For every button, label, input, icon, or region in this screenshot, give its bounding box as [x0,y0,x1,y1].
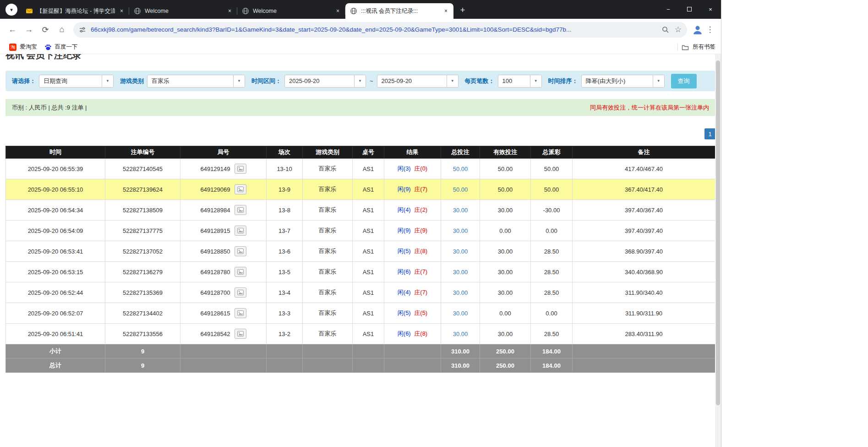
cell-valid-bet: 50.00 [480,159,531,179]
site-settings-icon[interactable] [79,26,86,33]
forward-icon[interactable]: → [21,22,37,38]
tab-close-icon[interactable]: × [442,7,450,15]
cell-payout: -30.00 [531,200,573,221]
scrollbar[interactable] [715,54,721,447]
cell-bet-id: 522827137052 [105,241,180,262]
globe-favicon-icon [350,7,357,15]
cell-round: 649128780 [180,262,267,282]
date-end-select[interactable]: 2025-09-20 ▼ [377,75,459,88]
cell-valid-bet: 30.00 [480,282,531,303]
browser-menu-icon[interactable]: ⋮ [704,25,716,34]
all-bookmarks-label[interactable]: 所有书签 [693,43,715,51]
cell-game: 百家乐 [303,200,353,221]
minimize-button[interactable]: − [658,0,679,18]
new-tab-button[interactable]: + [456,4,469,17]
tab-bet-records[interactable]: :::视讯 会员下注纪录::: × [345,3,453,19]
tab-search-button[interactable]: ▾ [5,4,17,16]
tab-close-icon[interactable]: × [118,7,126,15]
cell-total-bet: 30.00 [441,324,480,344]
video-replay-button[interactable] [235,184,246,194]
cell-valid-bet: 0.00 [480,221,531,241]
date-start-select[interactable]: 2025-09-20 ▼ [284,75,366,88]
divider [677,44,678,51]
bookmarks-bar: 淘 爱淘宝 百度一下 所有书签 [0,40,721,54]
video-replay-button[interactable] [235,246,246,256]
close-button[interactable]: × [700,0,721,18]
caret-down-icon[interactable]: ▼ [653,75,664,87]
sort-select[interactable]: 降幂(由大到小) ▼ [581,75,665,88]
maximize-button[interactable] [679,0,700,18]
caret-down-icon[interactable]: ▼ [233,75,245,87]
bookmark-taobao[interactable]: 淘 爱淘宝 [5,42,41,52]
query-type-select[interactable]: 日期查询 ▼ [39,75,114,88]
tab-welcome-2[interactable]: Welcome × [237,3,345,19]
caret-down-icon[interactable]: ▼ [447,75,458,87]
video-replay-button[interactable] [235,267,246,277]
cell-round: 649128615 [180,303,267,324]
caret-down-icon[interactable]: ▼ [354,75,366,87]
tab-close-icon[interactable]: × [334,7,342,15]
result-banker: 庄(8) [414,330,427,337]
refresh-icon[interactable]: ⟳ [38,22,53,38]
video-icon [237,228,244,233]
tab-welcome-1[interactable]: Welcome × [129,3,237,19]
total-bet-link[interactable]: 30.00 [453,269,468,276]
result-player: 闲(3) [398,165,411,172]
cell-table: AS1 [353,262,384,282]
total-bet-link[interactable]: 30.00 [453,331,468,337]
tab-close-icon[interactable]: × [226,7,234,15]
video-replay-button[interactable] [235,308,246,318]
video-replay-button[interactable] [235,164,246,174]
cell-game: 百家乐 [303,221,353,241]
col-game: 游戏类别 [303,146,353,159]
cell-payout: 28.50 [531,282,573,303]
home-icon[interactable]: ⌂ [54,22,70,38]
cell-payout: 50.00 [531,159,573,179]
baidu-paw-icon [44,44,52,51]
game-type-value: 百家乐 [147,75,233,87]
video-replay-button[interactable] [235,329,246,339]
back-icon[interactable]: ← [5,22,20,38]
page-number-button[interactable]: 1 [704,128,715,139]
zoom-icon[interactable] [662,26,669,33]
video-replay-button[interactable] [235,287,246,298]
caret-down-icon[interactable]: ▼ [102,75,113,87]
total-bet-link[interactable]: 30.00 [453,310,468,317]
video-icon [237,248,244,254]
profile-avatar-icon[interactable] [692,24,704,36]
total-bet-link[interactable]: 30.00 [453,248,468,255]
caret-down-icon[interactable]: ▼ [530,75,541,87]
total-bet-link[interactable]: 30.00 [453,227,468,234]
per-page-select[interactable]: 100 ▼ [498,75,542,88]
sort-value: 降幂(由大到小) [582,75,653,87]
round-number: 649128542 [200,331,230,337]
cell-payout: 28.50 [531,324,573,344]
video-replay-button[interactable] [235,205,246,215]
bookmark-baidu[interactable]: 百度一下 [41,42,82,52]
result-banker: 庄(7) [414,289,427,296]
tab-forum[interactable]: 【新提醒】海燕论坛 - 博学交流 × [21,3,129,19]
subtotal-label: 小计 [6,344,105,359]
cell-game: 百家乐 [303,262,353,282]
cell-payout: 28.50 [531,241,573,262]
game-type-select[interactable]: 百家乐 ▼ [147,75,245,88]
bookmark-star-icon[interactable]: ☆ [675,25,682,34]
cell-round: 649129069 [180,179,267,200]
total-bet-link[interactable]: 50.00 [453,166,468,172]
cell-bet-id: 522827138509 [105,200,180,221]
url-bar[interactable]: 66cxkj98.com/game/betrecord_search/kind3… [73,22,687,38]
sort-label: 时间排序： [548,77,578,85]
cell-table: AS1 [353,221,384,241]
total-bet-link[interactable]: 30.00 [453,289,468,296]
scrollbar-thumb[interactable] [716,61,720,405]
video-replay-button[interactable] [235,226,246,236]
search-button[interactable]: 查询 [671,74,697,88]
cell-note: 367.40/417.40 [573,179,715,200]
subtotal-total-bet: 310.00 [441,344,480,359]
cell-game: 百家乐 [303,324,353,344]
cell-result: 闲(9) 庄(9) [384,221,441,241]
subtotal-row: 小计 9 310.00 250.00 184.00 [6,344,715,359]
total-bet-link[interactable]: 50.00 [453,186,468,193]
total-bet-link[interactable]: 30.00 [453,207,468,214]
cell-payout: 0.00 [531,221,573,241]
